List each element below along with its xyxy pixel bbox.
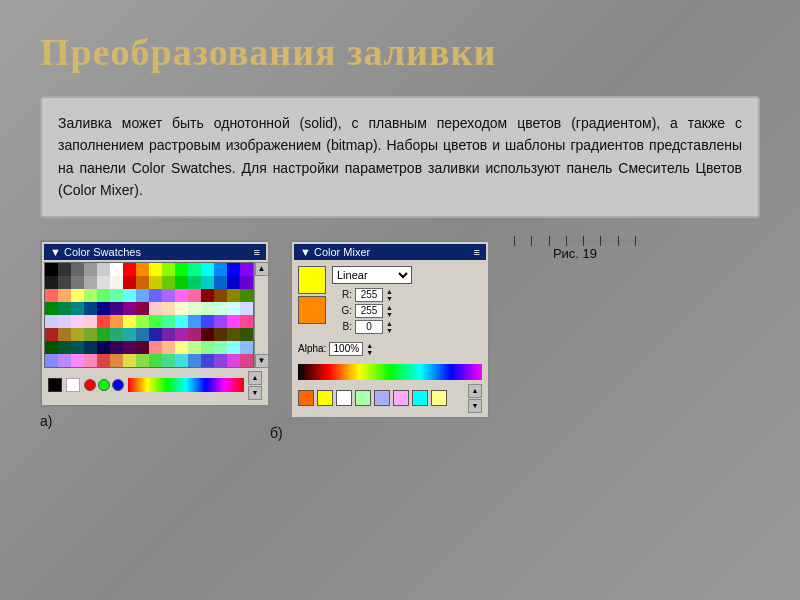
mixer-gradient-bar-wrapper xyxy=(294,358,486,382)
mixer-scroll-buttons: ▲ ▼ xyxy=(468,384,482,413)
bottom-scroll-down[interactable]: ▼ xyxy=(248,386,262,400)
color-swatches-menu-icon[interactable]: ≡ xyxy=(254,246,260,258)
tick-bottom xyxy=(566,236,567,242)
swatches-scrollbar[interactable]: ▲ ▼ xyxy=(254,262,268,368)
b-label: B: xyxy=(332,321,352,332)
bottom-scroll-up[interactable]: ▲ xyxy=(248,371,262,385)
mixer-icon-5[interactable] xyxy=(374,390,390,406)
color-mixer-header: ▼ Color Mixer ≡ xyxy=(294,244,486,260)
mixer-body: Linear R: 255 ▲▼ G: 255 xyxy=(294,262,486,340)
red-dot[interactable] xyxy=(84,379,96,391)
swatches-main-grid xyxy=(44,262,254,368)
r-slider-row: R: 255 ▲▼ xyxy=(332,288,482,302)
tick-bottom xyxy=(600,236,601,242)
g-value[interactable]: 255 xyxy=(355,304,383,318)
mixer-gradient-bar xyxy=(298,364,482,380)
alpha-row: Alpha: 100% ▲▼ xyxy=(294,340,486,358)
mixer-dropdown-row: Linear xyxy=(332,266,482,284)
green-dot[interactable] xyxy=(98,379,110,391)
swatches-scrollbar-area: ▲ ▼ xyxy=(44,262,266,368)
mixer-icon-6[interactable] xyxy=(393,390,409,406)
description-box: Заливка может быть однотонной (solid), с… xyxy=(40,96,760,218)
tick-bottom xyxy=(618,236,619,242)
scroll-up-button[interactable]: ▲ xyxy=(255,262,269,276)
alpha-arrows[interactable]: ▲▼ xyxy=(366,342,373,356)
g-label: G: xyxy=(332,305,352,316)
tick-bottom xyxy=(549,236,550,242)
color-swatches-panel: ▼ Color Swatches ≡ xyxy=(40,240,270,407)
mixer-icon-4[interactable] xyxy=(355,390,371,406)
r-arrows[interactable]: ▲▼ xyxy=(386,288,393,302)
scroll-down-button[interactable]: ▼ xyxy=(255,354,269,368)
tick-bottom xyxy=(531,236,532,242)
bottom-scroll-buttons: ▲ ▼ xyxy=(248,371,262,400)
r-label: R: xyxy=(332,289,352,300)
mixer-yellow-box[interactable] xyxy=(298,266,326,294)
page-title: Преобразования заливки xyxy=(40,30,760,74)
color-mixer-label: ▼ Color Mixer xyxy=(300,246,370,258)
mixer-icon-8[interactable] xyxy=(431,390,447,406)
gradient-image-wrapper: Рис. 19 xyxy=(510,240,640,340)
gradient-image-container xyxy=(510,240,640,242)
color-swatches-header: ▼ Color Swatches ≡ xyxy=(44,244,266,260)
blue-dot[interactable] xyxy=(112,379,124,391)
panel-b-label: б) xyxy=(270,425,490,441)
color-mixer-menu-icon[interactable]: ≡ xyxy=(474,246,480,258)
mixer-orange-box[interactable] xyxy=(298,296,326,324)
panels-row: ▼ Color Swatches ≡ xyxy=(40,240,760,441)
mixer-type-dropdown[interactable]: Linear xyxy=(332,266,412,284)
scroll-track xyxy=(256,276,268,354)
tick-bottom xyxy=(583,236,584,242)
figure-label: Рис. 19 xyxy=(510,246,640,261)
color-mixer-panel: ▼ Color Mixer ≡ Linear xyxy=(290,240,490,419)
color-dots xyxy=(84,379,124,391)
tick-bottom xyxy=(635,236,636,242)
mixer-icon-3[interactable] xyxy=(336,390,352,406)
alpha-value[interactable]: 100% xyxy=(329,342,363,356)
panel-b-wrapper: ▼ Color Mixer ≡ Linear xyxy=(270,240,490,441)
b-slider-row: B: 0 ▲▼ xyxy=(332,320,482,334)
panel-a-label: а) xyxy=(40,413,52,429)
b-value[interactable]: 0 xyxy=(355,320,383,334)
tick-bottom xyxy=(514,236,515,242)
black-swatch[interactable] xyxy=(48,378,62,392)
color-swatches-label: ▼ Color Swatches xyxy=(50,246,141,258)
gradient-ticks-bottom xyxy=(510,236,640,242)
swatches-grid-wrapper xyxy=(44,262,254,368)
swatches-bottom: ▲ ▼ xyxy=(44,368,266,403)
r-value[interactable]: 255 xyxy=(355,288,383,302)
g-slider-row: G: 255 ▲▼ xyxy=(332,304,482,318)
mixer-color-boxes xyxy=(298,266,326,336)
panel-a-wrapper: ▼ Color Swatches ≡ xyxy=(40,240,270,429)
b-arrows[interactable]: ▲▼ xyxy=(386,320,393,334)
alpha-label: Alpha: xyxy=(298,343,326,354)
mixer-scroll-down[interactable]: ▼ xyxy=(468,399,482,413)
mixer-icon-1[interactable] xyxy=(298,390,314,406)
mixer-center: Linear R: 255 ▲▼ G: 255 xyxy=(332,266,482,336)
white-swatch[interactable] xyxy=(66,378,80,392)
rainbow-strip xyxy=(128,378,244,392)
color-swatches-title: ▼ Color Swatches xyxy=(50,246,141,258)
mixer-sliders: R: 255 ▲▼ G: 255 ▲▼ B: 0 xyxy=(332,288,482,334)
mixer-scroll-up[interactable]: ▲ xyxy=(468,384,482,398)
mixer-icon-2[interactable] xyxy=(317,390,333,406)
mixer-bottom: ▲ ▼ xyxy=(294,382,486,415)
mixer-icon-7[interactable] xyxy=(412,390,428,406)
g-arrows[interactable]: ▲▼ xyxy=(386,304,393,318)
